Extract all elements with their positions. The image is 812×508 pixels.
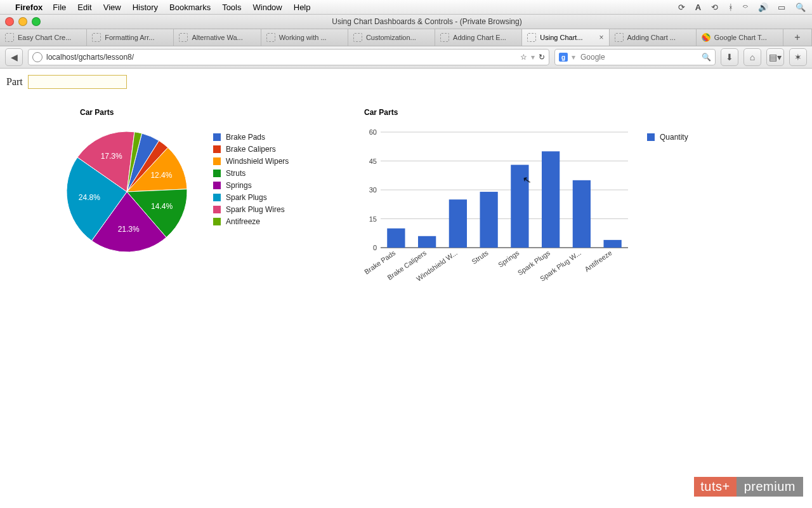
window-minimize-button[interactable] [18,17,27,26]
page-icon [266,33,275,42]
window-zoom-button[interactable] [32,17,41,26]
menu-tools[interactable]: Tools [222,3,241,12]
pie-legend-row[interactable]: Struts [213,167,289,179]
google-search-icon: g [559,53,568,62]
tutsplus-watermark: tuts+ premium [694,477,803,497]
page-icon [179,33,188,42]
page-icon [5,33,14,42]
window-close-button[interactable] [5,17,14,26]
tab-label: Alternative Wa... [192,34,242,41]
pie-legend-row[interactable]: Spark Plug Wires [213,203,289,215]
tab-label: Working with ... [279,34,327,41]
pie-slice-label: 17.3% [101,152,122,161]
wifi-icon[interactable]: ⌔ [743,3,748,12]
watermark-tuts: tuts+ [694,477,736,497]
pie-legend-row[interactable]: Springs [213,179,289,191]
menu-file[interactable]: File [53,3,66,12]
tab-0[interactable]: Easy Chart Cre... [0,29,87,46]
bookmarks-button[interactable]: ▤▾ [766,48,784,66]
tab-3[interactable]: Working with ... [261,29,348,46]
url-bar[interactable]: localhost/gcharts/lesson8/ ☆ ▾ ↻ [28,49,549,65]
site-identity-icon[interactable] [32,52,43,62]
home-button[interactable]: ⌂ [743,48,761,66]
pie-legend-row[interactable]: Brake Pads [213,131,289,143]
pie-slice-label: 12.4% [150,171,172,180]
google-icon [702,33,710,42]
timemachine-icon[interactable]: ⟲ [711,3,718,12]
bar-chart: Car Parts 015304560Brake PadsBrake Calip… [362,108,691,287]
bar-xlabel: Struts [470,249,490,266]
pie-legend-row[interactable]: Antifreeze [213,215,289,227]
close-tab-icon[interactable]: × [599,33,604,42]
bar[interactable] [387,229,405,248]
page-icon [527,33,536,42]
legend-label: Struts [226,169,246,178]
bookmark-star-icon[interactable]: ☆ [520,53,527,62]
pie-legend-row[interactable]: Brake Calipers [213,143,289,155]
bar-xlabel: Antifreeze [583,249,613,273]
legend-label: Antifreeze [226,217,260,226]
menu-help[interactable]: Help [294,3,311,12]
new-tab-button[interactable]: + [783,29,812,46]
pie-chart-canvas: 12.4%14.4%21.3%24.8%17.3% [63,128,190,255]
battery-icon[interactable]: ▭ [778,3,785,12]
part-filter-input[interactable] [28,75,127,89]
pie-legend-row[interactable]: Windshield Wipers [213,155,289,167]
tab-label: Easy Chart Cre... [18,34,71,41]
legend-swatch-icon [213,145,221,153]
bar[interactable] [542,151,560,248]
bar[interactable] [573,180,591,248]
tab-label: Customization... [366,34,416,41]
tab-6-active[interactable]: Using Chart...× [522,29,609,46]
bar[interactable] [603,240,621,248]
menu-history[interactable]: History [133,3,158,12]
legend-label: Brake Pads [226,133,265,142]
legend-swatch-icon [647,133,655,141]
pie-slice-label: 21.3% [118,225,140,234]
bar-chart-canvas: 015304560Brake PadsBrake CalipersWindshi… [362,128,634,287]
tab-5[interactable]: Adding Chart E... [435,29,522,46]
search-input[interactable] [579,52,698,62]
tab-8[interactable]: Google Chart T... [697,29,783,46]
reload-icon[interactable]: ↻ [539,53,545,62]
tab-strip: Easy Chart Cre... Formatting Arr... Alte… [0,29,812,46]
back-button[interactable]: ◀ [5,48,23,66]
tab-2[interactable]: Alternative Wa... [174,29,261,46]
tab-7[interactable]: Adding Chart ... [610,29,697,46]
menu-window[interactable]: Window [253,3,282,12]
downloads-button[interactable]: ⬇ [721,48,738,66]
adobe-icon[interactable]: A [695,3,701,12]
bar[interactable] [449,199,467,248]
pie-chart-title: Car Parts [80,108,336,117]
bar-ytick: 60 [369,128,377,136]
legend-swatch-icon [213,182,221,189]
menu-bookmarks[interactable]: Bookmarks [169,3,211,12]
bluetooth-icon[interactable]: ᚼ [728,3,733,12]
bar[interactable] [418,236,436,248]
bar-chart-title: Car Parts [364,108,691,117]
volume-icon[interactable]: 🔊 [758,3,768,12]
spotlight-icon[interactable]: 🔍 [796,3,806,12]
bar-ytick: 45 [369,157,377,165]
bar[interactable] [480,192,497,248]
tab-label: Adding Chart ... [627,34,676,41]
search-magnify-icon[interactable]: 🔍 [702,53,711,62]
page-icon [92,33,101,42]
menu-edit[interactable]: Edit [77,3,91,12]
tab-1[interactable]: Formatting Arr... [87,29,174,46]
tab-label: Formatting Arr... [105,34,154,41]
firebug-button[interactable]: ✶ [789,48,807,66]
tab-label: Google Chart T... [714,34,767,41]
legend-swatch-icon [213,218,221,225]
legend-swatch-icon [213,157,221,165]
tab-4[interactable]: Customization... [348,29,435,46]
app-name[interactable]: Firefox [15,3,43,12]
screencast-icon[interactable]: ⟳ [678,3,685,12]
legend-label: Spark Plug Wires [226,205,285,214]
bar-xlabel: Springs [497,249,521,269]
search-box[interactable]: g ▾ 🔍 [554,49,716,65]
pie-legend-row[interactable]: Spark Plugs [213,191,289,203]
legend-label: Spark Plugs [226,193,267,202]
menu-view[interactable]: View [103,3,121,12]
legend-swatch-icon [213,170,221,177]
